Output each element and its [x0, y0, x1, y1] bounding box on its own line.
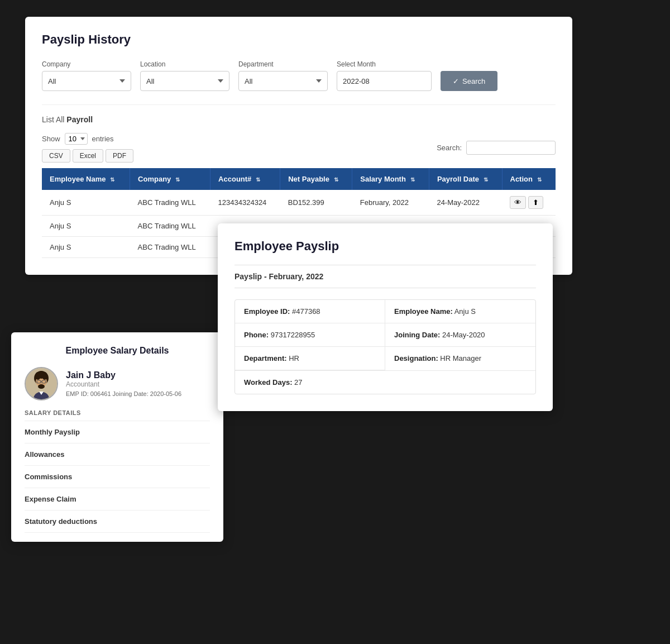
table-search-input[interactable]: [466, 141, 556, 155]
location-filter-group: Location All: [140, 60, 229, 91]
phone-value: 97317228955: [271, 331, 315, 339]
company-filter-group: Company All: [42, 60, 131, 91]
checkmark-icon: ✓: [453, 77, 459, 85]
show-label: Show: [42, 135, 60, 143]
avatar: [25, 367, 58, 400]
select-month-input[interactable]: 2022-08: [337, 71, 432, 91]
excel-button[interactable]: Excel: [73, 149, 103, 163]
cell-company: ABC Trading WLL: [130, 216, 210, 237]
select-month-filter-group: Select Month 2022-08: [337, 60, 432, 91]
sort-icon-net-payable: ⇅: [334, 176, 338, 183]
col-account[interactable]: Account# ⇅: [210, 168, 280, 190]
cell-action: 👁⬆: [502, 190, 556, 216]
payslip-popup-title: Employee Payslip: [234, 239, 536, 254]
salary-menu-item[interactable]: Expense Claim: [25, 488, 210, 510]
sort-icon-payroll-date: ⇅: [484, 176, 488, 183]
payslip-period: Payslip - February, 2022: [234, 265, 536, 288]
designation-value: HR Manager: [440, 354, 481, 362]
cell-company: ABC Trading WLL: [130, 190, 210, 216]
cell-salary-month: February, 2022: [352, 190, 429, 216]
upload-button[interactable]: ⬆: [528, 196, 543, 209]
col-payroll-date[interactable]: Payroll Date ⇅: [429, 168, 502, 190]
employee-id-label: Employee ID:: [244, 307, 290, 316]
col-employee-name[interactable]: Employee Name ⇅: [42, 168, 130, 190]
department-filter-group: Department All: [238, 60, 328, 91]
search-button-label: Search: [462, 77, 485, 85]
worked-days-value: 27: [294, 378, 302, 387]
worked-days-label: Worked Days:: [244, 378, 292, 387]
department-cell: Department: HR: [235, 347, 385, 370]
col-company[interactable]: Company ⇅: [130, 168, 210, 190]
search-label: Search:: [437, 144, 462, 152]
col-net-payable[interactable]: Net Payable ⇅: [280, 168, 352, 190]
col-salary-month[interactable]: Salary Month ⇅: [352, 168, 429, 190]
joining-date-value: 24-May-2020: [442, 331, 485, 339]
cell-employee-name: Anju S: [42, 216, 130, 237]
salary-details-panel: Employee Salary Details: [11, 332, 223, 542]
salary-menu: Monthly PayslipAllowancesCommissionsExpe…: [25, 421, 210, 533]
payslip-popup: Employee Payslip Payslip - February, 202…: [218, 223, 553, 411]
svg-point-9: [41, 383, 42, 384]
payslip-period-value: February, 2022: [269, 272, 323, 281]
select-month-label: Select Month: [337, 60, 432, 68]
department-label: Department: [238, 60, 328, 68]
list-heading-bold: Payroll: [66, 115, 93, 124]
employee-info: Jain J Baby Accountant EMP ID: 006461 Jo…: [66, 370, 181, 397]
company-label: Company: [42, 60, 131, 68]
employee-meta: EMP ID: 006461 Joining Date: 2020-05-06: [66, 390, 181, 397]
table-search-row: Search:: [437, 141, 556, 155]
svg-point-10: [38, 384, 45, 389]
location-label: Location: [140, 60, 229, 68]
sort-icon-salary-month: ⇅: [410, 176, 415, 183]
phone-label: Phone:: [244, 331, 269, 339]
employee-name-cell: Employee Name: Anju S: [385, 300, 535, 323]
sort-icon-employee: ⇅: [110, 176, 114, 183]
department-select[interactable]: All: [238, 71, 328, 91]
salary-menu-item[interactable]: Commissions: [25, 465, 210, 488]
entries-select[interactable]: 10 25 50: [65, 133, 88, 145]
view-button[interactable]: 👁: [510, 196, 526, 209]
employee-id-value: #477368: [292, 307, 320, 316]
emp-id-text: EMP ID: 006461: [66, 390, 111, 397]
location-select[interactable]: All: [140, 71, 229, 91]
pdf-button[interactable]: PDF: [106, 149, 133, 163]
avatar-image: [26, 368, 57, 399]
cell-net-payable: BD152.399: [280, 190, 352, 216]
emp-joining-text: Joining Date: 2020-05-06: [113, 390, 182, 397]
table-row: Anju S ABC Trading WLL 123434324324 BD15…: [42, 190, 556, 216]
cell-account: 123434324324: [210, 190, 280, 216]
svg-point-5: [42, 372, 47, 380]
joining-date-label: Joining Date:: [394, 331, 440, 339]
employee-role: Accountant: [66, 380, 181, 388]
salary-section-label: SALARY DETAILS: [25, 409, 210, 416]
cell-company: ABC Trading WLL: [130, 237, 210, 258]
designation-cell: Designation: HR Manager: [385, 347, 535, 370]
table-controls: Show 10 25 50 entries CSV Excel PDF Sear…: [42, 133, 556, 163]
entries-label: entries: [92, 135, 114, 143]
department-label: Department:: [244, 354, 287, 362]
cell-employee-name: Anju S: [42, 190, 130, 216]
salary-menu-item[interactable]: Monthly Payslip: [25, 421, 210, 443]
cell-payroll-date: 24-May-2022: [429, 190, 502, 216]
designation-label: Designation:: [394, 354, 438, 362]
employee-profile: Jain J Baby Accountant EMP ID: 006461 Jo…: [25, 367, 210, 400]
list-heading: List All Payroll: [42, 104, 556, 124]
cell-employee-name: Anju S: [42, 237, 130, 258]
payslip-label: Payslip -: [234, 272, 267, 281]
search-button[interactable]: ✓ Search: [441, 71, 497, 91]
salary-panel-title: Employee Salary Details: [25, 346, 210, 356]
show-entries-row: Show 10 25 50 entries: [42, 133, 133, 145]
worked-days-cell: Worked Days: 27: [235, 370, 535, 394]
salary-menu-item[interactable]: Allowances: [25, 443, 210, 465]
filter-row: Company All Location All Department All …: [42, 60, 556, 91]
payslip-details-grid: Employee ID: #477368 Employee Name: Anju…: [234, 299, 536, 394]
company-select[interactable]: All: [42, 71, 131, 91]
sort-icon-company: ⇅: [175, 176, 180, 183]
csv-button[interactable]: CSV: [42, 149, 70, 163]
salary-menu-item[interactable]: Statutory deductions: [25, 510, 210, 533]
list-heading-text: List All: [42, 115, 64, 124]
department-value: HR: [289, 354, 299, 362]
employee-name: Jain J Baby: [66, 370, 181, 380]
phone-cell: Phone: 97317228955: [235, 323, 385, 347]
col-action[interactable]: Action ⇅: [502, 168, 556, 190]
